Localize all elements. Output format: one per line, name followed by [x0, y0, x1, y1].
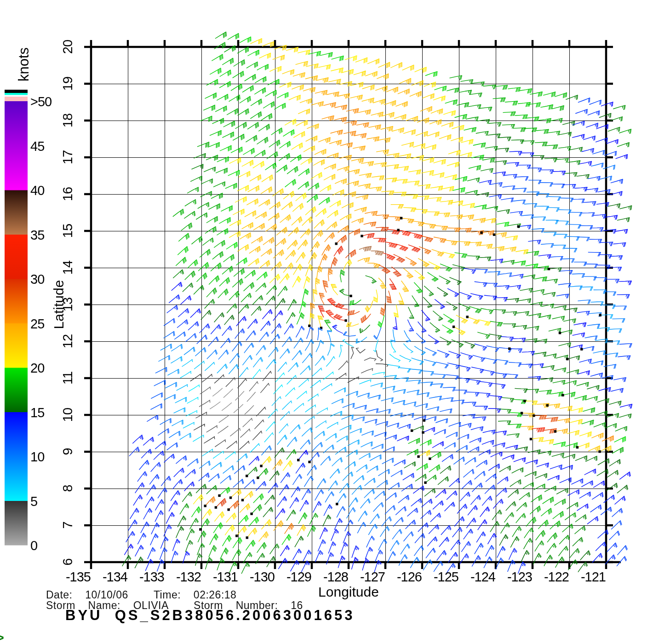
x-tick-label: -134 — [95, 569, 127, 585]
x-tick-label: -123 — [500, 569, 532, 585]
y-tick-label: 20 — [61, 33, 74, 61]
colorbar-tick-label: 35 — [30, 228, 44, 243]
y-tick-label: 15 — [61, 217, 74, 245]
x-tick-label: -122 — [537, 569, 569, 585]
colorbar-tick-label: 20 — [30, 361, 44, 376]
x-tick-label: -131 — [206, 569, 238, 585]
y-tick-label: 12 — [61, 328, 74, 355]
colorbar-tick-label: 15 — [30, 405, 44, 420]
figure: knots Latitude Longitude Date: 10/10/06 … — [0, 0, 653, 644]
y-tick-label: 14 — [61, 254, 74, 282]
x-tick-label: -128 — [316, 569, 348, 585]
colorbar-tick-label: 10 — [30, 449, 44, 465]
y-tick-label: 9 — [61, 438, 74, 466]
y-tick-label: 18 — [61, 107, 74, 134]
x-tick-label: -132 — [169, 569, 201, 585]
x-tick-label: -121 — [573, 569, 606, 585]
x-tick-label: -133 — [132, 569, 164, 585]
y-tick-label: 19 — [61, 70, 74, 98]
y-tick-label: 7 — [61, 512, 74, 539]
y-tick-label: 17 — [61, 144, 74, 171]
x-axis-title: Longitude — [298, 584, 399, 600]
x-tick-label: -129 — [279, 569, 311, 585]
colorbar-tick-label: 40 — [30, 183, 44, 198]
x-tick-label: -127 — [353, 569, 385, 585]
corner-glyph: > — [0, 631, 4, 644]
y-tick-label: 16 — [61, 180, 74, 208]
y-tick-label: 13 — [61, 291, 74, 318]
y-tick-label: 8 — [61, 475, 74, 502]
y-tick-label: 11 — [61, 364, 74, 392]
colorbar-tick-label: 25 — [30, 316, 44, 332]
colorbar-title: knots — [16, 41, 32, 87]
y-tick-label: 6 — [61, 548, 74, 576]
colorbar-tick-label: 30 — [30, 272, 44, 287]
colorbar-tick-label: 0 — [30, 538, 37, 553]
colorbar-tick-label: 45 — [30, 139, 44, 154]
x-tick-label: -130 — [242, 569, 275, 585]
wind-barb-plot-canvas — [0, 0, 653, 644]
colorbar-tick-label: 5 — [30, 494, 37, 509]
x-tick-label: -125 — [426, 569, 458, 585]
x-tick-label: -124 — [463, 569, 495, 585]
x-tick-label: -126 — [390, 569, 422, 585]
colorbar-tick-label: >50 — [30, 94, 52, 109]
plot-title: BYU QS_S2B38056.20063001653 — [65, 607, 355, 624]
y-tick-label: 10 — [61, 401, 74, 429]
